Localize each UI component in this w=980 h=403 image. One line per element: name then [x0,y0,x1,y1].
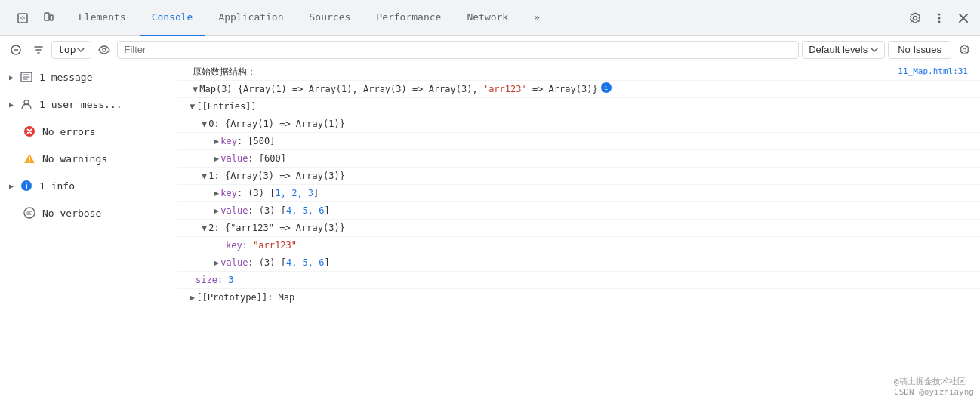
sidebar-item-info[interactable]: ▶ 1 info [0,172,177,199]
watermark: @稿土掘金技术社区CSDN @oyizhiayng [894,376,974,397]
tab-application[interactable]: Application [206,0,295,36]
tab-elements[interactable]: Elements [66,0,138,36]
close-devtools-button[interactable] [953,8,974,29]
console-text: 原始数据结构： [193,65,256,78]
console-line: size: 3 [177,272,980,289]
svg-point-7 [103,48,106,51]
warning-icon [23,152,36,165]
console-text: 1: {Array(3) => Array(3)} [208,169,345,183]
context-selector[interactable]: top [51,41,91,59]
console-text: value: [600] [220,152,286,165]
context-value: top [58,44,76,55]
console-expand-icon[interactable]: ▼ [202,117,207,131]
source-ref[interactable]: 11_Map.html:31 [898,65,968,78]
chevron-down-icon [871,48,878,52]
console-line: key: "arr123" [177,237,980,254]
svg-rect-1 [45,13,49,20]
inspect-element-button[interactable] [12,8,33,29]
log-levels-label: Default levels [809,44,868,55]
console-expand-icon[interactable]: ▼ [193,82,198,96]
console-expand-icon[interactable]: ▶ [214,152,219,165]
svg-point-14 [26,183,27,184]
svg-rect-0 [18,14,27,23]
console-line: ▶ value: (3) [4, 5, 6] [177,202,980,220]
svg-point-4 [938,17,941,19]
tab-bar: Elements Console Application Sources Per… [0,0,980,36]
console-line: ▼ 0: {Array(1) => Array(1)} [177,115,980,133]
console-expand-icon[interactable]: ▶ [214,134,219,148]
console-expand-icon[interactable]: ▶ [214,186,219,200]
tab-sources[interactable]: Sources [297,0,363,36]
console-output[interactable]: 原始数据结构： 11_Map.html:31 ▼ Map(3) {Array(1… [177,63,980,403]
no-issues-button[interactable]: No Issues [888,41,951,59]
console-expand-icon[interactable]: ▼ [190,100,195,113]
console-line: ▼ 2: {"arr123" => Array(3)} [177,220,980,237]
console-settings-button[interactable] [954,40,974,60]
chevron-icon: ▶ [9,182,14,190]
sidebar-info-label: 1 info [39,180,75,192]
tab-console[interactable]: Console [140,0,205,36]
filter-toggle-button[interactable] [29,40,48,60]
sidebar: ▶ 1 message ▶ 1 user mess... [0,63,177,403]
console-text: value: (3) [4, 5, 6] [220,256,330,269]
sidebar-item-verbose[interactable]: No verbose [0,199,177,226]
eye-button[interactable] [94,40,114,60]
console-text: 2: {"arr123" => Array(3)} [208,221,345,235]
console-line: ▶ value: [600] [177,150,980,168]
console-line: ▼ 1: {Array(3) => Array(3)} [177,168,980,185]
sidebar-item-messages[interactable]: ▶ 1 message [0,63,177,91]
log-levels-button[interactable]: Default levels [802,41,885,59]
console-expand-icon[interactable]: ▼ [202,221,207,235]
console-text: key: (3) [1, 2, 3] [220,186,319,200]
sidebar-item-warnings[interactable]: No warnings [0,145,177,172]
console-text: key: [500] [220,134,275,148]
console-toolbar: top Default levels No Issues [0,36,980,63]
settings-button[interactable] [904,8,926,29]
clear-console-button[interactable] [6,40,26,60]
console-line: ▼ [[Entries]] [177,98,980,115]
console-expand-icon[interactable]: ▶ [214,256,219,269]
svg-point-5 [938,20,941,23]
list-icon [20,70,33,84]
chevron-icon: ▶ [9,100,14,109]
chevron-down-icon [77,48,85,52]
console-text: size: 3 [190,273,234,287]
console-expand-icon[interactable]: ▶ [190,291,195,304]
sidebar-user-messages-label: 1 user mess... [39,99,122,110]
sidebar-item-user-messages[interactable]: ▶ 1 user mess... [0,91,177,118]
error-icon [23,125,36,138]
console-line: ▶ [[Prototype]]: Map [177,289,980,306]
verbose-icon [23,206,36,220]
console-expand-icon[interactable]: ▼ [202,169,207,183]
console-text: key: "arr123" [214,238,297,252]
svg-point-12 [29,161,30,162]
console-line: ▶ value: (3) [4, 5, 6] [177,254,980,272]
sidebar-item-errors[interactable]: No errors [0,118,177,145]
svg-point-8 [963,48,966,51]
main-content: ▶ 1 message ▶ 1 user mess... [0,63,980,403]
svg-point-3 [938,13,941,15]
user-icon [20,97,33,111]
tab-network[interactable]: Network [455,0,520,36]
console-text: 0: {Array(1) => Array(1)} [208,117,345,131]
more-options-button[interactable] [929,8,950,29]
info-icon [20,179,33,192]
tab-performance[interactable]: Performance [364,0,453,36]
console-text: Map(3) {Array(1) => Array(1), Array(3) =… [199,82,597,96]
sidebar-messages-label: 1 message [39,72,92,83]
console-expand-icon[interactable]: ▶ [214,204,219,217]
console-line: ▶ key: (3) [1, 2, 3] [177,185,980,202]
info-badge: i [601,82,612,93]
chevron-icon: ▶ [9,73,14,82]
sidebar-verbose-label: No verbose [42,208,101,219]
tab-more[interactable]: » [522,0,552,36]
sidebar-errors-label: No errors [42,126,95,137]
sidebar-warnings-label: No warnings [42,153,107,165]
filter-input[interactable] [117,41,799,59]
device-toolbar-button[interactable] [38,8,59,29]
console-line: ▼ Map(3) {Array(1) => Array(1), Array(3)… [177,81,980,98]
console-line: ▶ key: [500] [177,133,980,150]
svg-rect-2 [50,15,53,20]
console-text: [[Entries]] [196,100,256,113]
console-text: [[Prototype]]: Map [196,291,294,304]
